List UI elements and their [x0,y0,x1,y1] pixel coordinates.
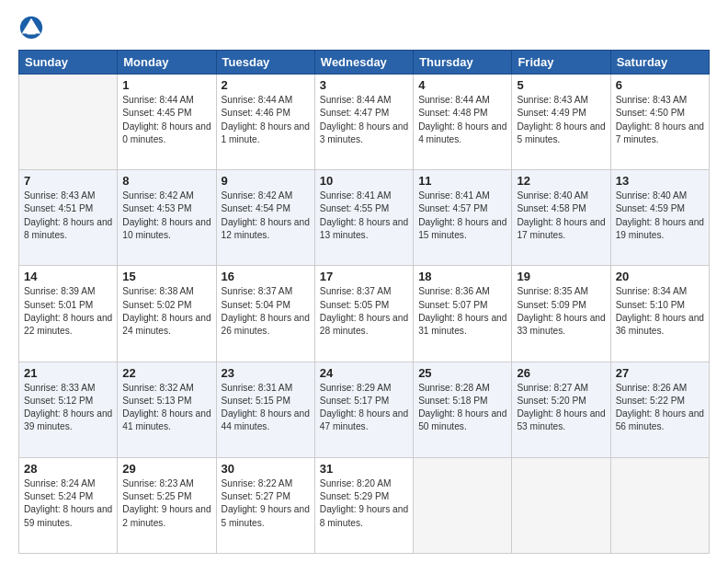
calendar-cell [610,457,709,553]
calendar-cell: 14Sunrise: 8:39 AM Sunset: 5:01 PM Dayli… [19,266,118,362]
day-number: 2 [222,78,310,92]
calendar-cell: 11Sunrise: 8:41 AM Sunset: 4:57 PM Dayli… [414,170,512,266]
day-number: 25 [418,366,506,380]
weekday-header-row: SundayMondayTuesdayWednesdayThursdayFrid… [19,51,710,75]
day-number: 16 [222,270,310,283]
calendar-cell: 5Sunrise: 8:43 AM Sunset: 4:49 PM Daylig… [512,75,610,170]
day-info: Sunrise: 8:44 AM Sunset: 4:45 PM Dayligh… [122,94,210,146]
calendar-cell [512,457,610,553]
day-info: Sunrise: 8:31 AM Sunset: 5:15 PM Dayligh… [222,382,310,434]
day-number: 6 [616,78,704,92]
day-number: 4 [418,78,506,92]
day-number: 7 [24,174,112,188]
day-info: Sunrise: 8:36 AM Sunset: 5:07 PM Dayligh… [418,285,506,338]
day-info: Sunrise: 8:41 AM Sunset: 4:57 PM Dayligh… [418,190,506,242]
calendar-cell: 27Sunrise: 8:26 AM Sunset: 5:22 PM Dayli… [610,362,709,457]
week-row-2: 7Sunrise: 8:43 AM Sunset: 4:51 PM Daylig… [19,170,710,266]
day-info: Sunrise: 8:27 AM Sunset: 5:20 PM Dayligh… [517,382,605,434]
day-number: 13 [616,174,704,188]
day-info: Sunrise: 8:44 AM Sunset: 4:47 PM Dayligh… [320,94,408,146]
calendar-cell: 23Sunrise: 8:31 AM Sunset: 5:15 PM Dayli… [216,362,314,457]
day-info: Sunrise: 8:42 AM Sunset: 4:54 PM Dayligh… [222,190,310,242]
day-number: 1 [122,78,210,92]
day-info: Sunrise: 8:40 AM Sunset: 4:59 PM Dayligh… [616,190,704,242]
calendar-cell: 8Sunrise: 8:42 AM Sunset: 4:53 PM Daylig… [118,170,216,266]
day-info: Sunrise: 8:29 AM Sunset: 5:17 PM Dayligh… [320,382,408,434]
calendar-cell: 21Sunrise: 8:33 AM Sunset: 5:12 PM Dayli… [19,362,118,457]
day-info: Sunrise: 8:24 AM Sunset: 5:24 PM Dayligh… [24,477,112,530]
day-number: 5 [517,78,605,92]
logo [18,15,50,40]
calendar-cell: 20Sunrise: 8:34 AM Sunset: 5:10 PM Dayli… [610,266,709,362]
header [18,15,710,40]
day-number: 9 [222,174,310,188]
day-info: Sunrise: 8:44 AM Sunset: 4:48 PM Dayligh… [418,94,506,146]
day-info: Sunrise: 8:23 AM Sunset: 5:25 PM Dayligh… [122,477,210,530]
calendar-cell: 12Sunrise: 8:40 AM Sunset: 4:58 PM Dayli… [512,170,610,266]
calendar-cell: 6Sunrise: 8:43 AM Sunset: 4:50 PM Daylig… [610,75,709,170]
day-number: 10 [320,174,408,188]
svg-rect-2 [27,29,35,35]
day-number: 31 [320,462,408,476]
calendar-cell: 18Sunrise: 8:36 AM Sunset: 5:07 PM Dayli… [414,266,512,362]
day-number: 12 [517,174,605,188]
day-info: Sunrise: 8:26 AM Sunset: 5:22 PM Dayligh… [616,382,704,434]
day-info: Sunrise: 8:44 AM Sunset: 4:46 PM Dayligh… [222,94,310,146]
day-number: 22 [122,366,210,380]
day-number: 17 [320,270,408,283]
day-info: Sunrise: 8:43 AM Sunset: 4:49 PM Dayligh… [517,94,605,146]
day-info: Sunrise: 8:43 AM Sunset: 4:51 PM Dayligh… [24,190,112,242]
day-number: 21 [24,366,112,380]
day-number: 14 [24,270,112,283]
calendar-cell: 22Sunrise: 8:32 AM Sunset: 5:13 PM Dayli… [118,362,216,457]
day-number: 23 [222,366,310,380]
day-info: Sunrise: 8:39 AM Sunset: 5:01 PM Dayligh… [24,285,112,338]
week-row-3: 14Sunrise: 8:39 AM Sunset: 5:01 PM Dayli… [19,266,710,362]
calendar-cell: 10Sunrise: 8:41 AM Sunset: 4:55 PM Dayli… [314,170,413,266]
calendar-cell: 26Sunrise: 8:27 AM Sunset: 5:20 PM Dayli… [512,362,610,457]
calendar-cell: 16Sunrise: 8:37 AM Sunset: 5:04 PM Dayli… [216,266,314,362]
calendar-cell [414,457,512,553]
day-number: 19 [517,270,605,283]
day-number: 15 [122,270,210,283]
day-info: Sunrise: 8:35 AM Sunset: 5:09 PM Dayligh… [517,285,605,338]
day-info: Sunrise: 8:37 AM Sunset: 5:05 PM Dayligh… [320,285,408,338]
calendar-cell: 17Sunrise: 8:37 AM Sunset: 5:05 PM Dayli… [314,266,413,362]
calendar-cell [19,75,118,170]
day-number: 8 [122,174,210,188]
calendar-cell: 24Sunrise: 8:29 AM Sunset: 5:17 PM Dayli… [314,362,413,457]
weekday-header-wednesday: Wednesday [314,51,413,75]
day-info: Sunrise: 8:33 AM Sunset: 5:12 PM Dayligh… [24,382,112,434]
calendar-table: SundayMondayTuesdayWednesdayThursdayFrid… [18,50,710,554]
weekday-header-tuesday: Tuesday [216,51,314,75]
weekday-header-thursday: Thursday [414,51,512,75]
weekday-header-friday: Friday [512,51,610,75]
week-row-1: 1Sunrise: 8:44 AM Sunset: 4:45 PM Daylig… [19,75,710,170]
calendar-cell: 4Sunrise: 8:44 AM Sunset: 4:48 PM Daylig… [414,75,512,170]
calendar-cell: 9Sunrise: 8:42 AM Sunset: 4:54 PM Daylig… [216,170,314,266]
day-number: 20 [616,270,704,283]
calendar-cell: 31Sunrise: 8:20 AM Sunset: 5:29 PM Dayli… [314,457,413,553]
calendar-cell: 25Sunrise: 8:28 AM Sunset: 5:18 PM Dayli… [414,362,512,457]
weekday-header-saturday: Saturday [610,51,709,75]
day-number: 30 [222,462,310,476]
calendar-cell: 2Sunrise: 8:44 AM Sunset: 4:46 PM Daylig… [216,75,314,170]
week-row-4: 21Sunrise: 8:33 AM Sunset: 5:12 PM Dayli… [19,362,710,457]
day-info: Sunrise: 8:28 AM Sunset: 5:18 PM Dayligh… [418,382,506,434]
day-info: Sunrise: 8:22 AM Sunset: 5:27 PM Dayligh… [222,477,310,530]
calendar-cell: 28Sunrise: 8:24 AM Sunset: 5:24 PM Dayli… [19,457,118,553]
calendar-cell: 15Sunrise: 8:38 AM Sunset: 5:02 PM Dayli… [118,266,216,362]
weekday-header-sunday: Sunday [19,51,118,75]
day-info: Sunrise: 8:32 AM Sunset: 5:13 PM Dayligh… [122,382,210,434]
day-number: 26 [517,366,605,380]
calendar-cell: 19Sunrise: 8:35 AM Sunset: 5:09 PM Dayli… [512,266,610,362]
day-number: 27 [616,366,704,380]
day-info: Sunrise: 8:38 AM Sunset: 5:02 PM Dayligh… [122,285,210,338]
weekday-header-monday: Monday [118,51,216,75]
day-info: Sunrise: 8:20 AM Sunset: 5:29 PM Dayligh… [320,477,408,530]
day-info: Sunrise: 8:41 AM Sunset: 4:55 PM Dayligh… [320,190,408,242]
day-number: 3 [320,78,408,92]
day-info: Sunrise: 8:40 AM Sunset: 4:58 PM Dayligh… [517,190,605,242]
calendar-cell: 7Sunrise: 8:43 AM Sunset: 4:51 PM Daylig… [19,170,118,266]
calendar-cell: 13Sunrise: 8:40 AM Sunset: 4:59 PM Dayli… [610,170,709,266]
